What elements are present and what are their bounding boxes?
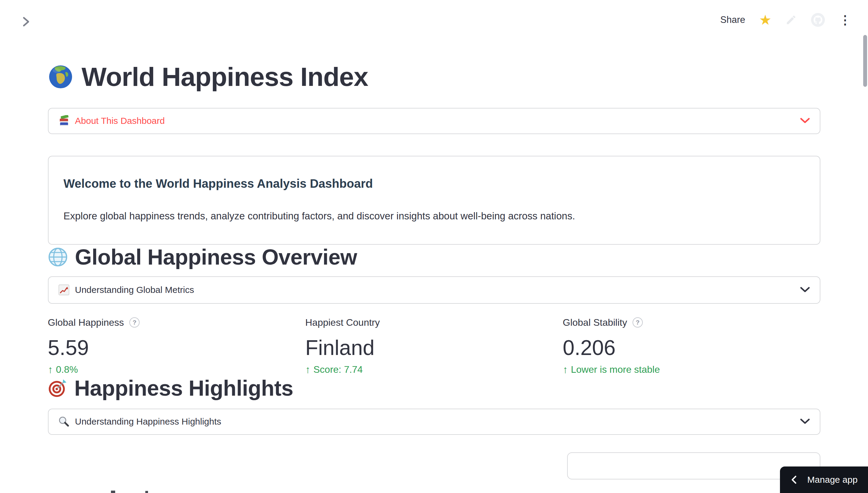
help-icon[interactable]: ?	[633, 317, 643, 327]
metric-happiest-country: Happiest Country Finland ↑ Score: 7.74	[305, 317, 563, 376]
metric-label-text: Global Stability	[563, 317, 627, 328]
help-icon[interactable]: ?	[129, 317, 140, 327]
metric-value: Finland	[305, 335, 563, 361]
metric-label: Happiest Country	[305, 317, 563, 328]
chevron-right-icon	[21, 16, 30, 27]
kebab-menu-icon[interactable]: ⋮	[839, 16, 851, 23]
metrics-row: Global Happiness ? 5.59 ↑ 0.8% Happiest …	[48, 317, 820, 376]
metric-delta-text: 0.8%	[56, 364, 78, 375]
metric-label: Global Stability ?	[563, 317, 820, 328]
metric-delta-text: Lower is more stable	[571, 364, 660, 375]
sidebar-expand-button[interactable]	[19, 15, 33, 28]
metric-delta-text: Score: 7.74	[314, 364, 363, 375]
metric-delta: ↑ Score: 7.74	[305, 363, 563, 376]
arrow-up-icon: ↑	[305, 363, 311, 376]
page-title: World Happiness Index	[48, 61, 820, 93]
page-title-text: World Happiness Index	[82, 61, 368, 93]
chevron-down-icon[interactable]	[800, 287, 810, 293]
cutoff-text-fragment	[145, 491, 148, 493]
section-title-overview: Global Happiness Overview	[48, 245, 820, 270]
section-title-highlights: Happiness Highlights	[48, 376, 820, 401]
section-title-overview-text: Global Happiness Overview	[75, 245, 357, 270]
metric-value: 0.206	[563, 335, 820, 361]
app-toolbar: Share ★ ⋮	[720, 13, 851, 27]
expander-global-metrics[interactable]: Understanding Global Metrics	[48, 276, 820, 304]
chart-increasing-icon	[58, 284, 70, 296]
metric-delta: ↑ Lower is more stable	[563, 363, 820, 376]
metric-global-stability: Global Stability ? 0.206 ↑ Lower is more…	[563, 317, 820, 376]
metric-global-happiness: Global Happiness ? 5.59 ↑ 0.8%	[48, 317, 305, 376]
expander-about-label: About This Dashboard	[75, 116, 165, 126]
metric-label-text: Happiest Country	[305, 317, 380, 328]
manage-app-label: Manage app	[807, 475, 858, 485]
share-button[interactable]: Share	[720, 15, 745, 25]
metric-delta: ↑ 0.8%	[48, 363, 305, 376]
target-dart-icon	[48, 379, 67, 398]
vertical-scrollbar-thumb[interactable]	[863, 35, 867, 87]
metric-label: Global Happiness ?	[48, 317, 305, 328]
globe-earth-icon	[48, 64, 73, 89]
chevron-left-icon	[790, 475, 797, 484]
arrow-up-icon: ↑	[48, 363, 53, 376]
github-icon[interactable]	[811, 13, 825, 27]
chevron-down-icon[interactable]	[800, 419, 810, 425]
books-icon	[58, 115, 70, 127]
cutoff-text-fragment	[111, 491, 115, 493]
section-title-highlights-text: Happiness Highlights	[75, 376, 293, 401]
welcome-card: Welcome to the World Happiness Analysis …	[48, 156, 820, 245]
manage-app-button[interactable]: Manage app	[780, 467, 868, 493]
metric-value: 5.59	[48, 335, 305, 361]
arrow-up-icon: ↑	[563, 363, 568, 376]
expander-about-dashboard[interactable]: About This Dashboard	[48, 108, 820, 134]
welcome-body: Explore global happiness trends, analyze…	[64, 209, 805, 223]
magnifying-glass-icon	[58, 416, 70, 427]
chevron-down-icon[interactable]	[800, 118, 810, 124]
edit-pencil-icon[interactable]	[785, 14, 797, 26]
expander-global-metrics-label: Understanding Global Metrics	[75, 285, 194, 295]
expander-happiness-highlights-label: Understanding Happiness Highlights	[75, 416, 221, 427]
welcome-heading: Welcome to the World Happiness Analysis …	[64, 177, 805, 190]
star-favorite-icon[interactable]: ★	[759, 13, 771, 27]
metric-label-text: Global Happiness	[48, 317, 124, 328]
globe-meridians-icon	[48, 247, 68, 267]
expander-happiness-highlights[interactable]: Understanding Happiness Highlights	[48, 409, 820, 435]
main-content: World Happiness Index About This Dashboa…	[48, 61, 820, 479]
